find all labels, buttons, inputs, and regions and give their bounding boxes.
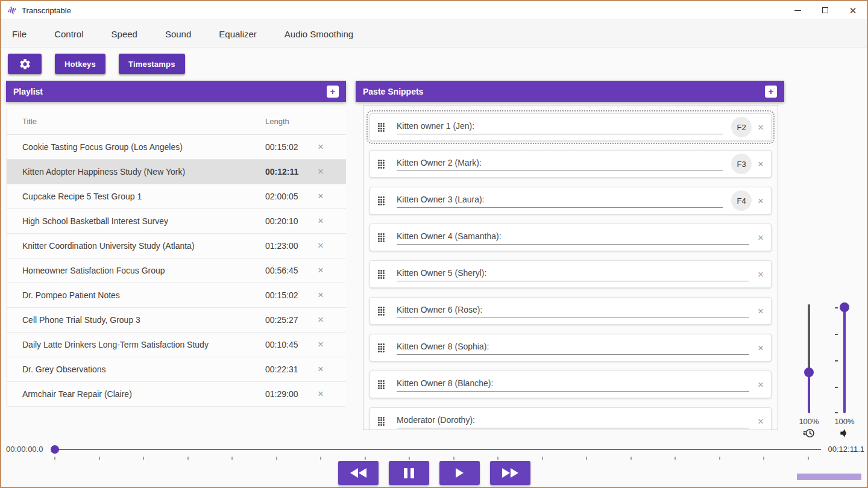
snippet-card[interactable]: F2 × (370, 113, 772, 141)
playlist-row[interactable]: Kitten Adopter Happiness Study (New York… (7, 160, 346, 184)
playlist-row-length: 01:23:00 (265, 241, 310, 251)
drag-handle-icon[interactable] (377, 306, 386, 316)
snippet-text-input[interactable] (397, 304, 749, 318)
timeline-track[interactable] (54, 449, 821, 450)
drag-handle-icon[interactable] (377, 196, 386, 206)
playlist-row[interactable]: Dr. Pompeo Patient Notes 00:15:02 × (7, 283, 346, 308)
drag-handle-icon[interactable] (377, 380, 386, 390)
playlist-row[interactable]: Cupcake Recipe 5 Test Group 1 02:00:05 × (7, 184, 346, 209)
snippet-card[interactable]: × (370, 334, 772, 361)
snippet-add-button[interactable]: + (765, 86, 777, 98)
remove-snippet-button[interactable]: × (758, 343, 764, 353)
snippet-card[interactable]: F3 × (370, 150, 772, 178)
remove-snippet-button[interactable]: × (758, 233, 764, 243)
remove-snippet-button[interactable]: × (758, 306, 764, 316)
snippet-card[interactable]: × (370, 297, 772, 325)
menu-item[interactable]: Sound (165, 29, 191, 39)
gear-icon (19, 58, 31, 70)
speed-value: 100% (791, 417, 827, 426)
horizontal-scrollbar[interactable] (797, 474, 861, 480)
rewind-button[interactable] (338, 461, 379, 485)
playlist-row-title: Daily Latte Drinkers Long-Term Satisfact… (7, 340, 265, 349)
speed-track-lower (808, 372, 810, 413)
playlist-row-length: 00:15:02 (265, 290, 310, 300)
remove-snippet-button[interactable]: × (758, 269, 764, 280)
snippet-card[interactable]: × (370, 224, 772, 251)
playlist-add-button[interactable]: + (327, 86, 339, 98)
speed-slider[interactable] (791, 302, 827, 413)
snippet-text-input[interactable] (397, 340, 749, 355)
menu-item[interactable]: Control (54, 29, 83, 39)
playlist-table-header: Title Length (7, 108, 346, 135)
volume-slider-thumb[interactable] (840, 302, 849, 312)
play-button[interactable] (439, 461, 480, 485)
playlist-row[interactable]: Knitter Coordination University Study (A… (7, 234, 346, 258)
playlist-row[interactable]: Cookie Tasting Focus Group (Los Angeles)… (7, 135, 346, 160)
snippet-card[interactable]: × (370, 260, 772, 288)
volume-slider[interactable] (826, 302, 863, 413)
remove-track-button[interactable]: × (318, 240, 324, 251)
playlist-row-title: Cell Phone Trial Study, Group 3 (7, 315, 265, 325)
playlist-row[interactable]: Daily Latte Drinkers Long-Term Satisfact… (7, 333, 346, 357)
drag-handle-icon[interactable] (377, 159, 386, 169)
timestamps-button[interactable]: Timestamps (119, 54, 185, 74)
remove-track-button[interactable]: × (318, 166, 324, 177)
remove-snippet-button[interactable]: × (758, 159, 764, 169)
remove-snippet-button[interactable]: × (758, 416, 764, 427)
playlist-row[interactable]: Dr. Grey Observations 00:22:31 × (7, 357, 346, 382)
playlist-title: Playlist (13, 87, 43, 96)
playlist-row[interactable]: Cell Phone Trial Study, Group 3 00:25:27… (7, 308, 346, 333)
drag-handle-icon[interactable] (377, 233, 386, 243)
snippet-text-input[interactable] (397, 230, 749, 245)
pause-icon (404, 468, 414, 478)
remove-track-button[interactable]: × (318, 265, 324, 275)
remove-track-button[interactable]: × (318, 142, 324, 152)
playlist-row-length: 02:00:05 (265, 192, 310, 201)
remove-snippet-button[interactable]: × (758, 196, 764, 206)
snippet-card[interactable]: × (370, 371, 772, 398)
hotkeys-button[interactable]: Hotkeys (55, 54, 105, 74)
rewind-icon (350, 468, 366, 478)
playlist-row-length: 00:12:11 (265, 167, 310, 177)
maximize-button[interactable] (811, 1, 839, 19)
snippet-card[interactable]: × (370, 407, 772, 430)
remove-snippet-button[interactable]: × (758, 380, 764, 390)
drag-handle-icon[interactable] (377, 343, 386, 353)
playlist-row[interactable]: High School Basketball Interest Survey 0… (7, 209, 346, 234)
remove-track-button[interactable]: × (318, 216, 324, 226)
drag-handle-icon[interactable] (377, 122, 386, 133)
drag-handle-icon[interactable] (377, 416, 386, 427)
settings-button[interactable] (8, 54, 42, 74)
snippet-text-input[interactable] (397, 267, 749, 281)
remove-track-button[interactable]: × (318, 364, 324, 374)
playlist-row[interactable]: Armchair Tear Repair (Claire) 01:29:00 × (7, 382, 346, 407)
menu-item[interactable]: Audio Smoothing (285, 29, 353, 39)
remove-snippet-button[interactable]: × (758, 122, 764, 133)
snippet-text-input[interactable] (397, 377, 749, 392)
snippet-text-input[interactable] (397, 157, 723, 171)
close-window-button[interactable]: ✕ (839, 1, 867, 19)
minimize-button[interactable] (784, 1, 811, 19)
playlist-row[interactable]: Homeowner Satisfaction Focus Group 00:56… (7, 258, 346, 283)
playlist-row-length: 00:56:45 (265, 266, 310, 275)
timeline-thumb[interactable] (51, 445, 59, 454)
menu-item[interactable]: Equalizer (219, 29, 257, 39)
pause-button[interactable] (389, 461, 429, 485)
remove-track-button[interactable]: × (318, 314, 324, 325)
snippet-text-input[interactable] (397, 193, 723, 208)
menu-item[interactable]: Speed (112, 29, 137, 39)
fast-forward-button[interactable] (490, 461, 530, 485)
snippet-text-input[interactable] (397, 414, 749, 428)
remove-track-button[interactable]: × (318, 191, 324, 201)
snippets-header: Paste Snippets + (356, 81, 784, 102)
remove-track-button[interactable]: × (318, 290, 324, 300)
speed-slider-thumb[interactable] (804, 368, 814, 377)
speed-slider-group: 100% (791, 302, 827, 439)
remove-track-button[interactable]: × (318, 389, 324, 399)
drag-handle-icon[interactable] (377, 269, 386, 280)
snippet-hotkey-badge: F4 (731, 190, 752, 211)
snippet-text-input[interactable] (397, 120, 723, 134)
snippet-card[interactable]: F4 × (370, 187, 772, 214)
remove-track-button[interactable]: × (318, 339, 324, 349)
menu-item[interactable]: File (12, 29, 27, 39)
